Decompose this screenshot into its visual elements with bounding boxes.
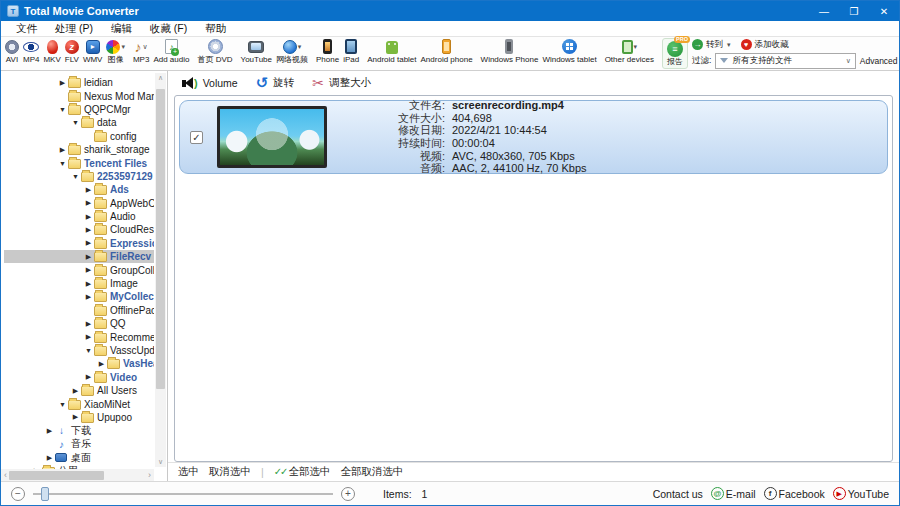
- volume-button[interactable]: ) Volume: [182, 77, 238, 89]
- convert-flv-button[interactable]: zFLV: [63, 37, 81, 70]
- tree-item-upupoo[interactable]: ▶Upupoo: [4, 411, 154, 424]
- slider-handle[interactable]: [41, 487, 49, 501]
- other-devices-button[interactable]: ▾Other devices: [603, 37, 656, 70]
- tree-item-qq[interactable]: ▶QQ: [4, 317, 154, 330]
- scroll-down-icon[interactable]: ∨: [158, 458, 163, 466]
- tree-item-config[interactable]: config: [4, 130, 154, 143]
- menu-help[interactable]: 帮助: [196, 22, 235, 36]
- tree-item-vashead[interactable]: ▶VasHead: [4, 357, 154, 370]
- tree-horizontal-scrollbar[interactable]: ‹ ›: [1, 469, 154, 481]
- report-button[interactable]: ≡PRO报告: [662, 38, 688, 69]
- collapse-arrow-icon[interactable]: ▶: [84, 373, 93, 381]
- dvd-button[interactable]: 首页 DVD: [195, 37, 234, 70]
- tree-item-mycollection[interactable]: ▶MyCollectio: [4, 290, 154, 303]
- tree-vertical-scrollbar[interactable]: ∧ ∨: [155, 73, 166, 467]
- tree-item-groupcollection[interactable]: ▶GroupCollecti: [4, 263, 154, 276]
- tree-item-recommendf[interactable]: ▶RecommendF: [4, 330, 154, 343]
- select-all-link[interactable]: ✓✓全部选中: [274, 465, 331, 479]
- scrollbar-thumb[interactable]: [156, 89, 165, 389]
- collapse-arrow-icon[interactable]: ▶: [84, 320, 93, 328]
- tree-item-downloads[interactable]: ▶↓下载: [4, 424, 154, 437]
- tree-item-appwebcache[interactable]: ▶AppWebCach: [4, 197, 154, 210]
- convert-avi-button[interactable]: AVI: [3, 37, 21, 70]
- collapse-arrow-icon[interactable]: ▶: [84, 199, 93, 207]
- tree-item-expressionr[interactable]: ▶ExpressionR: [4, 237, 154, 250]
- deselect-all-link[interactable]: 全部取消选中: [341, 465, 404, 479]
- tree-item-audio[interactable]: ▶Audio: [4, 210, 154, 223]
- convert-mkv-button[interactable]: MKV: [41, 37, 62, 70]
- add-favorite-button[interactable]: ♥ 添加收藏: [741, 39, 789, 51]
- resize-button[interactable]: ✂ 调整大小: [312, 76, 371, 90]
- expand-arrow-icon[interactable]: ▼: [58, 401, 67, 408]
- menu-process[interactable]: 处理 (P): [46, 22, 102, 36]
- advanced-filter-link[interactable]: Advanced filter: [860, 56, 900, 66]
- tree-item-filerecv[interactable]: ▶FileRecv: [4, 250, 154, 263]
- collapse-arrow-icon[interactable]: ▶: [45, 454, 54, 462]
- tree-item-image[interactable]: ▶Image: [4, 277, 154, 290]
- scrollbar-thumb[interactable]: [9, 471, 104, 480]
- collapse-arrow-icon[interactable]: ▶: [58, 79, 67, 87]
- tree-item-desktop[interactable]: ▶桌面: [4, 451, 154, 464]
- windows-tablet-button[interactable]: Windows tablet: [540, 37, 598, 70]
- convert-mp4-button[interactable]: MP4: [21, 37, 41, 70]
- contact-us-link[interactable]: Contact us: [653, 488, 703, 500]
- android-phone-button[interactable]: Android phone: [419, 37, 475, 70]
- email-link[interactable]: @E-mail: [711, 487, 756, 500]
- tree-item-data[interactable]: ▼data: [4, 116, 154, 129]
- filter-dropdown[interactable]: 所有支持的文件 ∨: [715, 53, 855, 69]
- tree-item-qqpcmgr[interactable]: ▼QQPCMgr: [4, 103, 154, 116]
- collapse-arrow-icon[interactable]: ▶: [84, 213, 93, 221]
- tree-item-xiaominet[interactable]: ▼XiaoMiNet: [4, 397, 154, 410]
- collapse-arrow-icon[interactable]: ▶: [84, 266, 93, 274]
- menu-favorites[interactable]: 收藏 (F): [141, 22, 196, 36]
- convert-mp3-button[interactable]: ♪∨MP3: [131, 37, 151, 70]
- scroll-up-icon[interactable]: ∧: [158, 74, 163, 82]
- collapse-arrow-icon[interactable]: ▶: [58, 146, 67, 154]
- expand-arrow-icon[interactable]: ▼: [58, 106, 67, 113]
- expand-arrow-icon[interactable]: ▼: [84, 347, 93, 354]
- collapse-arrow-icon[interactable]: ▶: [45, 427, 54, 435]
- tree-item-offlinepackage[interactable]: OfflinePackag: [4, 304, 154, 317]
- windows-phone-button[interactable]: Windows Phone: [479, 37, 541, 70]
- collapse-arrow-icon[interactable]: ▶: [84, 293, 93, 301]
- convert-wmv-button[interactable]: ▸WMV: [81, 37, 105, 70]
- zoom-out-button[interactable]: −: [11, 487, 25, 501]
- collapse-arrow-icon[interactable]: ▶: [97, 360, 106, 368]
- youtube-button[interactable]: YouTube: [239, 37, 274, 70]
- tree-item-video[interactable]: ▶Video: [4, 371, 154, 384]
- goto-button[interactable]: → 转到 ▾: [692, 39, 731, 51]
- collapse-arrow-icon[interactable]: ▶: [84, 186, 93, 194]
- collapse-arrow-icon[interactable]: ▶: [84, 333, 93, 341]
- file-row[interactable]: ✓ 文件名:screenrecording.mp4 文件大小:404,698 修…: [179, 100, 888, 174]
- minimize-button[interactable]: —: [809, 1, 839, 21]
- maximize-button[interactable]: ❐: [839, 1, 869, 21]
- tree-item-music[interactable]: ♪音乐: [4, 438, 154, 451]
- youtube-link[interactable]: ▶YouTube: [833, 487, 889, 500]
- tree-item-sharik-storage[interactable]: ▶sharik_storage: [4, 143, 154, 156]
- scroll-right-icon[interactable]: ›: [148, 470, 151, 480]
- collapse-arrow-icon[interactable]: ▶: [84, 239, 93, 247]
- scroll-left-icon[interactable]: ‹: [4, 470, 7, 480]
- collapse-arrow-icon[interactable]: ▶: [84, 253, 93, 261]
- video-thumbnail[interactable]: [217, 106, 327, 168]
- collapse-arrow-icon[interactable]: ▶: [84, 226, 93, 234]
- close-button[interactable]: ✕: [869, 1, 899, 21]
- rotate-button[interactable]: ↺ 旋转: [256, 76, 295, 90]
- tree-item-nexus-mod-manager[interactable]: Nexus Mod Manager: [4, 89, 154, 102]
- menu-edit[interactable]: 编辑: [102, 22, 141, 36]
- collapse-arrow-icon[interactable]: ▶: [84, 280, 93, 288]
- tree-item-tencent-files[interactable]: ▼Tencent Files: [4, 156, 154, 169]
- facebook-link[interactable]: fFacebook: [764, 487, 825, 500]
- web-video-button[interactable]: ▾网络视频: [274, 37, 310, 70]
- expand-arrow-icon[interactable]: ▼: [71, 173, 80, 180]
- ipad-button[interactable]: iPad: [341, 37, 361, 70]
- menu-file[interactable]: 文件: [7, 22, 46, 36]
- convert-image-button[interactable]: ▾图像: [104, 37, 127, 70]
- file-checkbox[interactable]: ✓: [190, 131, 203, 144]
- collapse-arrow-icon[interactable]: ▶: [71, 413, 80, 421]
- add-audio-button[interactable]: ♪Add audio: [151, 37, 191, 70]
- tree-item-leidian[interactable]: ▶leidian: [4, 76, 154, 89]
- select-link[interactable]: 选中: [178, 465, 199, 479]
- thumbnail-size-slider[interactable]: [33, 493, 333, 495]
- collapse-arrow-icon[interactable]: ▶: [71, 387, 80, 395]
